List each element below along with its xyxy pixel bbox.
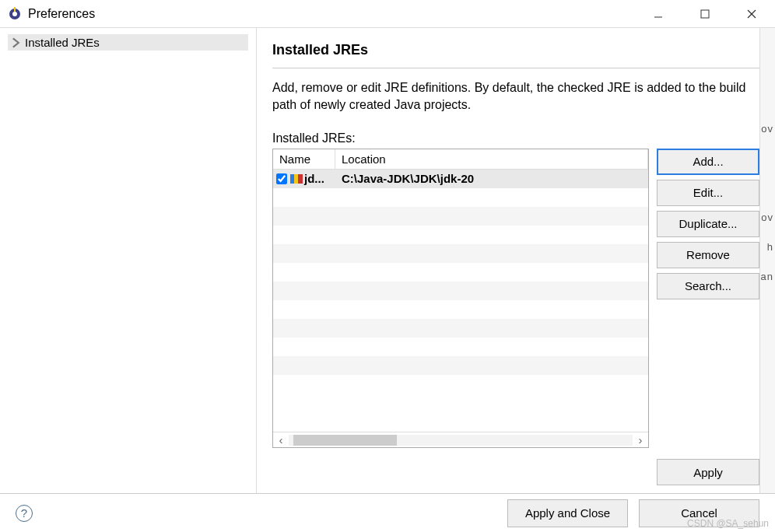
table-header: Name Location	[273, 149, 648, 170]
side-buttons: Add... Edit... Duplicate... Remove Searc…	[657, 149, 759, 448]
apply-row: Apply	[272, 448, 759, 485]
main-area: Installed JREs Installed JREs Add, remov…	[0, 28, 775, 493]
remove-button[interactable]: Remove	[657, 242, 759, 268]
titlebar: Preferences	[0, 0, 775, 28]
content-panel: Installed JREs Add, remove or edit JRE d…	[257, 28, 775, 493]
jre-checkbox[interactable]	[276, 173, 287, 184]
page-title: Installed JREs	[272, 42, 759, 68]
scroll-left-icon[interactable]: ‹	[273, 433, 289, 446]
jre-name-text: jd...	[304, 172, 324, 185]
close-button[interactable]	[728, 0, 775, 27]
window-title: Preferences	[28, 7, 95, 21]
cell-name: jd...	[273, 172, 335, 185]
help-icon[interactable]: ?	[16, 505, 33, 522]
jre-table: Name Location jd... C:\Java-JDK\JDK\jdk-…	[272, 149, 649, 448]
search-button[interactable]: Search...	[657, 273, 759, 299]
sidebar-item-label: Installed JREs	[25, 36, 100, 49]
table-label: Installed JREs:	[272, 131, 759, 145]
page-description: Add, remove or edit JRE definitions. By …	[272, 68, 759, 125]
window-controls	[635, 0, 775, 27]
duplicate-button[interactable]: Duplicate...	[657, 211, 759, 237]
horizontal-scrollbar[interactable]: ‹ ›	[273, 432, 648, 447]
apply-and-close-button[interactable]: Apply and Close	[507, 499, 628, 527]
table-row[interactable]: jd... C:\Java-JDK\JDK\jdk-20	[273, 170, 648, 188]
svg-rect-4	[701, 10, 709, 18]
chevron-right-icon	[11, 37, 22, 48]
footer: ? Apply and Close Cancel	[0, 493, 775, 532]
jre-icon	[290, 174, 303, 184]
column-header-name[interactable]: Name	[273, 149, 335, 169]
table-body: jd... C:\Java-JDK\JDK\jdk-20	[273, 170, 648, 432]
add-button[interactable]: Add...	[657, 149, 759, 175]
sidebar-item-installed-jres[interactable]: Installed JREs	[8, 34, 248, 51]
cell-location: C:\Java-JDK\JDK\jdk-20	[335, 172, 648, 185]
scroll-right-icon[interactable]: ›	[633, 433, 648, 446]
watermark: CSDN @SA_sehun	[687, 518, 769, 529]
edit-button[interactable]: Edit...	[657, 180, 759, 206]
sidebar: Installed JREs	[0, 28, 257, 493]
minimize-button[interactable]	[635, 0, 682, 27]
maximize-button[interactable]	[682, 0, 728, 27]
apply-button[interactable]: Apply	[657, 459, 759, 485]
svg-point-1	[12, 12, 17, 16]
svg-rect-2	[14, 7, 16, 12]
app-icon	[8, 7, 22, 21]
column-header-location[interactable]: Location	[335, 149, 648, 169]
